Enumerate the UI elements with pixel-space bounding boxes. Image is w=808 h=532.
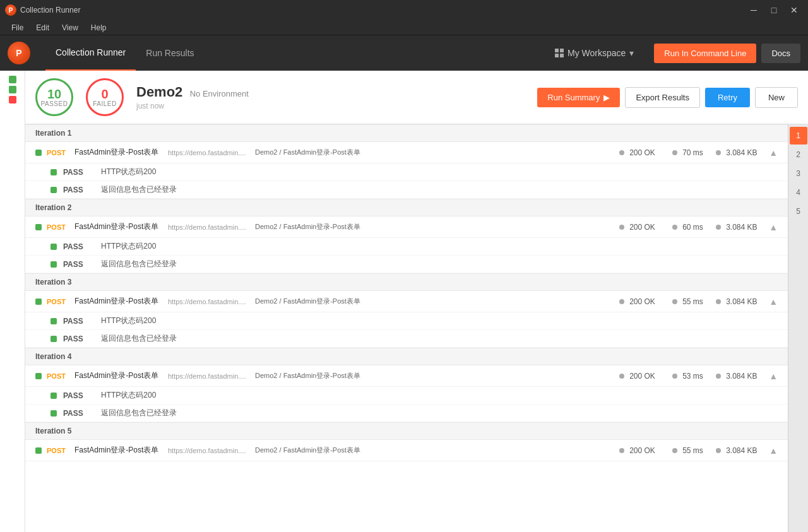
right-nav-item-2[interactable]: 2 <box>790 146 807 163</box>
menubar: File Edit View Help <box>0 20 808 35</box>
export-results-button[interactable]: Export Results <box>625 87 700 108</box>
time-dot <box>672 374 677 379</box>
menu-file[interactable]: File <box>5 20 30 35</box>
request-url: https://demo.fastadmin.... <box>168 149 250 157</box>
test-label: 返回信息包含已经登录 <box>101 408 177 418</box>
request-url: https://demo.fastadmin.... <box>168 372 250 380</box>
response-time: 55 ms <box>682 297 711 306</box>
workspace-chevron-icon: ▾ <box>629 48 634 58</box>
test-label: HTTP状态码200 <box>101 241 156 252</box>
main-area: 10 PASSED 0 FAILED Demo2 No Environment … <box>0 71 808 532</box>
titlebar: P Collection Runner ─ □ ✕ <box>0 0 808 20</box>
passed-label: PASSED <box>41 100 68 107</box>
test-row-3-1-1: PASS HTTP状态码200 <box>25 312 788 330</box>
test-status-dot <box>50 187 57 193</box>
request-status-dot <box>35 224 42 230</box>
request-name: FastAdmin登录-Post表单 <box>74 222 163 232</box>
test-row-4-1-2: PASS 返回信息包含已经登录 <box>25 405 788 422</box>
window-controls: ─ □ ✕ <box>745 3 803 17</box>
test-label: 返回信息包含已经登录 <box>101 259 177 269</box>
response-time: 70 ms <box>682 148 711 157</box>
new-button[interactable]: New <box>755 87 798 108</box>
run-summary-button[interactable]: Run Summary ▶ <box>537 88 620 107</box>
status-dot <box>619 448 624 453</box>
iteration-header-1: Iteration 1 <box>25 124 788 142</box>
right-nav-item-5[interactable]: 5 <box>790 203 807 220</box>
request-path: Demo2 / FastAdmin登录-Post表单 <box>255 148 614 157</box>
docs-button[interactable]: Docs <box>761 44 800 63</box>
workspace-label: My Workspace <box>567 48 626 58</box>
workspace-selector[interactable]: My Workspace ▾ <box>547 43 641 63</box>
test-row-1-1-1: PASS HTTP状态码200 <box>25 163 788 181</box>
test-row-1-1-2: PASS 返回信息包含已经登录 <box>25 181 788 199</box>
request-url: https://demo.fastadmin.... <box>168 447 250 454</box>
test-status-dot <box>50 393 57 399</box>
test-label: 返回信息包含已经登录 <box>101 333 177 344</box>
response-status: 200 OK <box>629 372 667 381</box>
response-size: 3.084 KB <box>726 223 764 232</box>
request-row-2-1: POST FastAdmin登录-Post表单 https://demo.fas… <box>25 216 788 238</box>
passed-count: 10 <box>47 88 61 100</box>
test-status-dot <box>50 244 57 250</box>
failed-count: 0 <box>101 88 108 100</box>
request-path: Demo2 / FastAdmin登录-Post表单 <box>255 371 614 381</box>
tab-run-results[interactable]: Run Results <box>136 35 204 71</box>
request-method: POST <box>47 447 69 454</box>
time-dot <box>672 299 677 304</box>
response-time: 60 ms <box>682 223 711 232</box>
request-url: https://demo.fastadmin.... <box>168 223 250 231</box>
menu-edit[interactable]: Edit <box>30 20 56 35</box>
test-status-dot <box>50 261 57 268</box>
right-nav-item-4[interactable]: 4 <box>790 184 807 201</box>
test-result: PASS <box>63 242 95 251</box>
request-row-1-1: POST FastAdmin登录-Post表单 https://demo.fas… <box>25 142 788 163</box>
right-nav-item-3[interactable]: 3 <box>790 165 807 182</box>
response-size: 3.084 KB <box>726 148 764 157</box>
request-path: Demo2 / FastAdmin登录-Post表单 <box>255 222 614 232</box>
run-timestamp: just now <box>136 102 525 110</box>
run-cmdline-button[interactable]: Run In Command Line <box>654 44 756 63</box>
right-nav: 12345 <box>788 124 808 532</box>
request-method: POST <box>47 372 69 380</box>
size-dot <box>716 150 721 155</box>
right-nav-item-1[interactable]: 1 <box>790 127 807 145</box>
content-wrapper: Iteration 1 POST FastAdmin登录-Post表单 http… <box>25 124 808 532</box>
test-result: PASS <box>63 186 95 194</box>
request-name: FastAdmin登录-Post表单 <box>74 445 163 456</box>
test-result: PASS <box>63 168 95 177</box>
maximize-button[interactable]: □ <box>765 3 783 17</box>
size-dot <box>716 225 721 230</box>
request-method: POST <box>47 223 69 231</box>
logo-icon: P <box>8 42 30 64</box>
request-status-dot <box>35 373 42 379</box>
minimize-button[interactable]: ─ <box>745 3 763 17</box>
run-name: Demo2 <box>136 84 182 100</box>
expand-icon[interactable]: ▲ <box>769 297 778 307</box>
status-dot <box>619 150 624 155</box>
retry-button[interactable]: Retry <box>705 88 750 107</box>
response-status: 200 OK <box>629 297 667 306</box>
response-time: 55 ms <box>682 446 711 455</box>
request-status-dot <box>35 447 42 454</box>
test-status-dot <box>50 336 57 342</box>
menu-help[interactable]: Help <box>85 20 113 35</box>
test-status-dot <box>50 169 57 175</box>
test-label: HTTP状态码200 <box>101 316 156 326</box>
strip-dot-3 <box>9 96 16 103</box>
time-dot <box>672 225 677 230</box>
test-status-dot <box>50 318 57 324</box>
request-row-3-1: POST FastAdmin登录-Post表单 https://demo.fas… <box>25 291 788 312</box>
test-status-dot <box>50 410 57 417</box>
expand-icon[interactable]: ▲ <box>769 371 778 381</box>
expand-icon[interactable]: ▲ <box>769 148 778 158</box>
test-label: 返回信息包含已经登录 <box>101 184 177 195</box>
test-result: PASS <box>63 391 95 400</box>
request-name: FastAdmin登录-Post表单 <box>74 296 163 307</box>
expand-icon[interactable]: ▲ <box>769 222 778 232</box>
request-row-4-1: POST FastAdmin登录-Post表单 https://demo.fas… <box>25 365 788 387</box>
tab-collection-runner[interactable]: Collection Runner <box>45 35 136 71</box>
expand-icon[interactable]: ▲ <box>769 446 778 456</box>
menu-view[interactable]: View <box>56 20 85 35</box>
close-button[interactable]: ✕ <box>785 3 803 17</box>
iteration-header-3: Iteration 3 <box>25 273 788 291</box>
